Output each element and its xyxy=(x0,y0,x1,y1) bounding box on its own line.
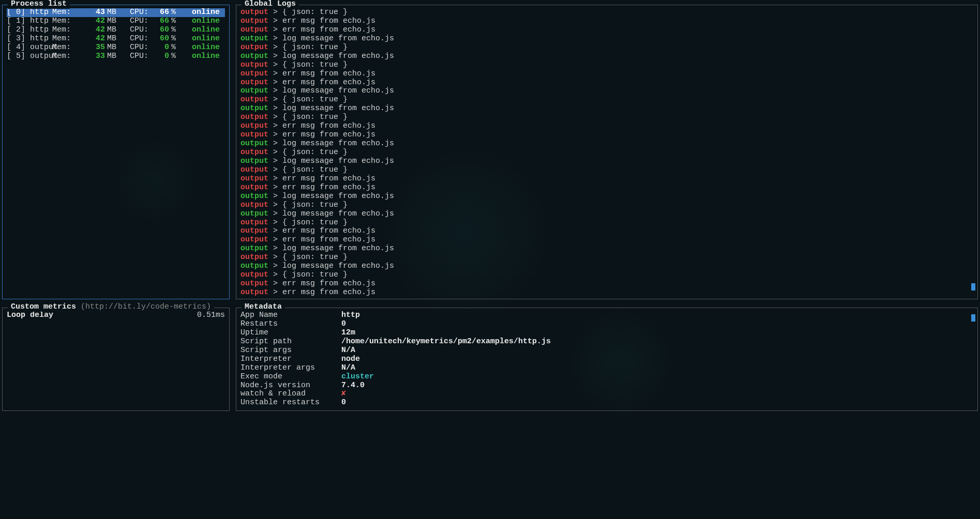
log-row: output > err msg from echo.js xyxy=(240,227,973,236)
process-mem-label: Mem: xyxy=(52,43,80,52)
log-message: err msg from echo.js xyxy=(282,235,375,244)
process-row[interactable]: [ 5] outputMem:33MBCPU:0%online xyxy=(7,52,225,61)
process-id: [ 4] output xyxy=(7,43,52,52)
metadata-row: Uptime12m xyxy=(240,329,973,338)
log-row: output > err msg from echo.js xyxy=(240,236,973,245)
logs-scroll-cursor-icon[interactable] xyxy=(971,283,975,291)
log-source: output xyxy=(240,157,268,165)
log-source: output xyxy=(240,201,268,209)
log-row: output > log message from echo.js xyxy=(240,104,973,113)
log-source: output xyxy=(240,78,268,87)
process-cpu-pct: % xyxy=(169,35,184,43)
log-row: output > log message from echo.js xyxy=(240,192,973,201)
log-message: err msg from echo.js xyxy=(282,279,375,288)
process-cpu-value: 60 xyxy=(148,26,169,35)
log-message: { json: true } xyxy=(282,253,348,262)
log-separator: > xyxy=(268,113,282,121)
log-separator: > xyxy=(268,279,282,288)
metadata-row: Script path/home/unitech/keymetrics/pm2/… xyxy=(240,338,973,346)
process-id: [ 0] http xyxy=(7,8,52,17)
metadata-key: Unstable restarts xyxy=(240,399,341,407)
log-message: { json: true } xyxy=(282,43,348,52)
log-separator: > xyxy=(268,235,282,244)
metadata-panel[interactable]: Metadata App NamehttpRestarts0Uptime12mS… xyxy=(236,308,978,411)
process-status: online xyxy=(184,52,220,61)
log-row: output > err msg from echo.js xyxy=(240,17,973,26)
process-row[interactable]: [ 4] outputMem:35MBCPU:0%online xyxy=(7,43,225,52)
log-row: output > err msg from echo.js xyxy=(240,122,973,131)
log-message: err msg from echo.js xyxy=(282,226,375,235)
log-separator: > xyxy=(268,288,282,297)
log-source: output xyxy=(240,209,268,218)
log-separator: > xyxy=(268,8,282,17)
custom-metrics-body: Loop delay0.51ms xyxy=(3,308,229,410)
log-source: output xyxy=(240,270,268,279)
metadata-row: Node.js version7.4.0 xyxy=(240,381,973,390)
metadata-key: Uptime xyxy=(240,329,341,338)
metadata-key: Exec mode xyxy=(240,373,341,381)
log-source: output xyxy=(240,86,268,95)
process-cpu-value: 66 xyxy=(148,17,169,26)
process-list-panel[interactable]: Process list [ 0] httpMem:43MBCPU:66%onl… xyxy=(2,5,230,299)
process-list-body[interactable]: [ 0] httpMem:43MBCPU:66%online[ 1] httpM… xyxy=(3,5,229,299)
process-cpu-pct: % xyxy=(169,52,184,61)
log-message: log message from echo.js xyxy=(282,52,394,60)
process-id: [ 3] http xyxy=(7,35,52,43)
process-mem-unit: MB xyxy=(105,43,120,52)
log-separator: > xyxy=(268,69,282,78)
log-source: output xyxy=(240,183,268,192)
process-row[interactable]: [ 2] httpMem:42MBCPU:60%online xyxy=(7,26,225,35)
log-row: output > log message from echo.js xyxy=(240,140,973,148)
metadata-value: ✘ xyxy=(341,390,973,399)
log-message: log message from echo.js xyxy=(282,209,394,218)
process-mem-unit: MB xyxy=(105,52,120,61)
process-row[interactable]: [ 3] httpMem:42MBCPU:60%online xyxy=(7,35,225,43)
log-row: output > { json: true } xyxy=(240,96,973,104)
log-row: output > err msg from echo.js xyxy=(240,70,973,79)
log-row: output > log message from echo.js xyxy=(240,87,973,96)
log-source: output xyxy=(240,148,268,157)
log-source: output xyxy=(240,8,268,17)
log-separator: > xyxy=(268,34,282,43)
log-source: output xyxy=(240,235,268,244)
log-source: output xyxy=(240,52,268,60)
process-mem-label: Mem: xyxy=(52,52,80,61)
log-row: output > log message from echo.js xyxy=(240,245,973,253)
log-separator: > xyxy=(268,104,282,113)
process-row[interactable]: [ 1] httpMem:42MBCPU:66%online xyxy=(7,17,225,26)
meta-scroll-cursor-icon[interactable] xyxy=(971,314,975,322)
global-logs-panel[interactable]: Global Logs output > { json: true }outpu… xyxy=(236,5,978,299)
process-row[interactable]: [ 0] httpMem:43MBCPU:66%online xyxy=(7,8,225,17)
metadata-row: Interpreternode xyxy=(240,355,973,364)
custom-metrics-panel[interactable]: Custom metrics (http://bit.ly/code-metri… xyxy=(2,308,230,411)
log-message: { json: true } xyxy=(282,8,348,17)
log-separator: > xyxy=(268,226,282,235)
log-message: err msg from echo.js xyxy=(282,17,375,25)
log-row: output > err msg from echo.js xyxy=(240,184,973,192)
log-message: err msg from echo.js xyxy=(282,25,375,34)
log-source: output xyxy=(240,226,268,235)
log-source: output xyxy=(240,192,268,201)
log-separator: > xyxy=(268,52,282,60)
metric-value: 0.51ms xyxy=(197,311,225,320)
log-separator: > xyxy=(268,60,282,69)
log-source: output xyxy=(240,60,268,69)
metadata-value: 7.4.0 xyxy=(341,381,973,390)
process-mem-unit: MB xyxy=(105,17,120,26)
metadata-row: Interpreter argsN/A xyxy=(240,364,973,373)
process-mem-value: 42 xyxy=(80,26,105,35)
global-logs-body[interactable]: output > { json: true }output > err msg … xyxy=(236,5,977,299)
custom-metrics-title: Custom metrics (http://bit.ly/code-metri… xyxy=(8,303,214,312)
log-separator: > xyxy=(268,148,282,157)
log-separator: > xyxy=(268,209,282,218)
metadata-title: Metadata xyxy=(242,303,285,312)
log-source: output xyxy=(240,34,268,43)
log-row: output > log message from echo.js xyxy=(240,35,973,43)
log-message: err msg from echo.js xyxy=(282,174,375,183)
metadata-value: http xyxy=(341,311,973,320)
process-mem-label: Mem: xyxy=(52,26,80,35)
log-separator: > xyxy=(268,25,282,34)
metadata-value: 12m xyxy=(341,329,973,338)
metadata-row: watch & reload✘ xyxy=(240,390,973,399)
log-row: output > { json: true } xyxy=(240,113,973,122)
